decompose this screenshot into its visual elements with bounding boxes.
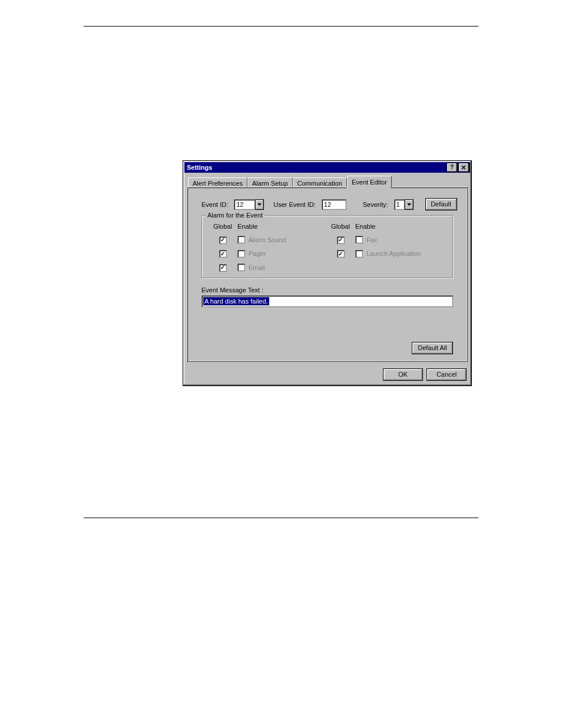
severity-dropdown[interactable] [394, 199, 414, 210]
tab-panel-event-editor: Event ID: User Event ID: Severity: [187, 187, 468, 362]
alarm-sound-label: Alarm Sound [249, 236, 286, 243]
default-button[interactable]: Default [425, 198, 457, 210]
cancel-button[interactable]: Cancel [427, 368, 467, 381]
divider-top [84, 26, 478, 27]
event-id-field[interactable] [234, 199, 255, 210]
default-all-button[interactable]: Default All [412, 342, 453, 354]
global-fax-checkbox[interactable] [337, 236, 345, 244]
global-pager-checkbox[interactable] [219, 250, 227, 258]
enable-launch-app-checkbox[interactable] [355, 250, 363, 258]
event-message-section: Event Message Text : A hard disk has fai… [201, 286, 453, 307]
event-id-dropdown-button[interactable] [255, 199, 264, 210]
event-id-label: Event ID: [201, 201, 228, 208]
chevron-down-icon [257, 203, 262, 206]
window-title: Settings [187, 162, 445, 173]
severity-label: Severity: [363, 201, 388, 208]
ok-button[interactable]: OK [383, 368, 423, 381]
event-id-dropdown[interactable] [234, 199, 264, 210]
alarm-for-event-group: Alarm for the Event Global Enable Global… [201, 215, 453, 278]
email-label: Email [249, 264, 265, 271]
col-header-global-2: Global [326, 223, 355, 230]
col-header-enable-2: Enable [355, 223, 449, 230]
close-button[interactable] [458, 163, 469, 172]
user-event-id-label: User Event ID: [273, 201, 316, 208]
global-launch-app-checkbox[interactable] [337, 250, 345, 258]
user-event-id-field[interactable] [322, 199, 346, 210]
event-message-label: Event Message Text : [201, 286, 453, 294]
fax-label: Fax [366, 236, 377, 243]
help-button[interactable]: ? [447, 163, 457, 172]
launch-app-label: Launch Application [366, 250, 421, 257]
col-header-global-1: Global [208, 223, 237, 230]
enable-fax-checkbox[interactable] [355, 236, 363, 243]
settings-dialog: Settings ? Alert Preferences Alarm Setup… [183, 160, 472, 386]
event-message-input[interactable]: A hard disk has failed. [201, 295, 453, 307]
divider-bottom [84, 518, 478, 518]
chevron-down-icon [407, 203, 411, 206]
event-message-text: A hard disk has failed. [203, 297, 269, 305]
severity-dropdown-button[interactable] [405, 199, 414, 210]
group-legend: Alarm for the Event [206, 212, 265, 219]
titlebar: Settings ? [184, 162, 470, 173]
global-email-checkbox[interactable] [219, 264, 227, 272]
global-alarm-sound-checkbox[interactable] [219, 236, 227, 244]
tab-event-editor[interactable]: Event Editor [347, 176, 392, 189]
pager-label: Pager [249, 250, 266, 257]
severity-field[interactable] [394, 199, 405, 210]
enable-alarm-sound-checkbox[interactable] [237, 236, 245, 243]
enable-email-checkbox[interactable] [237, 263, 245, 271]
col-header-enable-1: Enable [237, 223, 326, 230]
enable-pager-checkbox[interactable] [237, 250, 245, 258]
